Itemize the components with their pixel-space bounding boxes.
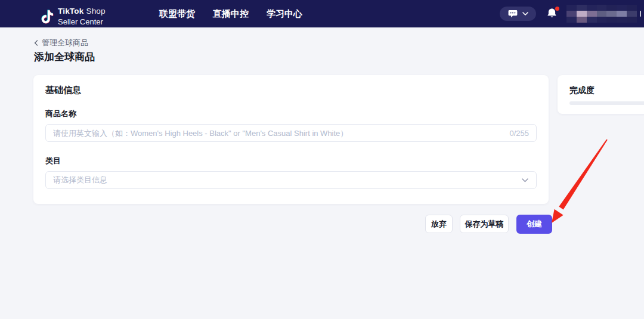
category-placeholder: 请选择类目信息 [46, 175, 522, 185]
logo-seller-center: Seller Center [58, 17, 103, 26]
product-name-input[interactable] [46, 125, 509, 141]
completion-progress-bar [569, 101, 644, 105]
basic-info-card: 基础信息 商品名称 0/255 类目 请选择类目信息 [33, 75, 549, 204]
breadcrumb-label: 管理全球商品 [42, 38, 88, 48]
page-title: 添加全球商品 [34, 50, 95, 64]
header-separator [640, 11, 641, 17]
product-name-field: 0/255 [45, 124, 537, 142]
tiktok-note-icon [41, 8, 54, 24]
char-counter: 0/255 [509, 129, 536, 138]
top-navbar: TikTok Shop Seller Center 联盟带货 直播中控 学习中心 [0, 0, 644, 27]
tiktok-shop-logo[interactable]: TikTok Shop Seller Center [41, 5, 106, 26]
arrow-shaft [559, 139, 608, 209]
notifications-button[interactable] [547, 8, 559, 20]
logo-shop: Shop [86, 7, 105, 16]
completion-title: 完成度 [569, 85, 595, 96]
product-name-label: 商品名称 [45, 109, 76, 119]
arrow-head [552, 209, 564, 223]
completion-card: 完成度 [558, 75, 644, 114]
chevron-down-icon [522, 12, 528, 16]
save-draft-button[interactable]: 保存为草稿 [460, 215, 509, 233]
user-avatar-mosaic[interactable] [566, 5, 637, 23]
chat-bubble-icon [508, 10, 518, 18]
create-button[interactable]: 创建 [516, 215, 552, 234]
notification-dot [555, 7, 559, 11]
nav-item-affiliate[interactable]: 联盟带货 [159, 8, 195, 20]
chevron-down-icon [522, 178, 536, 182]
logo-brand: TikTok [58, 7, 83, 16]
breadcrumb[interactable]: 管理全球商品 [34, 38, 88, 48]
logo-wordmark: TikTok Shop Seller Center [58, 5, 106, 26]
main-nav: 联盟带货 直播中控 学习中心 [159, 0, 302, 27]
chevron-left-icon [34, 40, 38, 46]
category-label: 类目 [45, 156, 61, 166]
nav-item-live-console[interactable]: 直播中控 [213, 8, 249, 20]
nav-item-learning-center[interactable]: 学习中心 [267, 8, 302, 20]
messages-dropdown-button[interactable] [500, 7, 536, 21]
section-title: 基础信息 [45, 85, 81, 96]
discard-button[interactable]: 放弃 [425, 215, 453, 233]
category-select[interactable]: 请选择类目信息 [45, 171, 537, 189]
